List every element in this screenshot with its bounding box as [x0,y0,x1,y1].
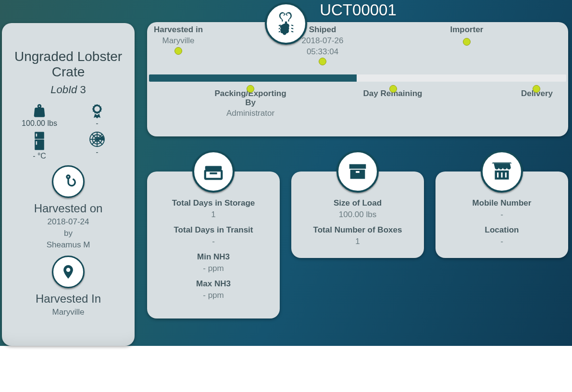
box-icon [336,150,379,193]
stat-weight-value: 100.00 lbs [22,119,57,128]
lobster-icon [265,2,307,45]
stat-temp: - °C [11,131,68,160]
svg-rect-3 [36,141,37,145]
location-icon [52,256,85,288]
v-mobile: - [444,210,560,220]
step-day-dot [389,85,397,93]
v-min-nh3: - ppm [156,264,271,273]
svg-rect-1 [35,140,44,150]
step-importer-dot [463,38,471,46]
page-title: UCT00001 [149,1,567,19]
info-cards-row: Total Days in Storage 1 Total Days in Tr… [147,172,568,318]
k-min-nh3: Min NH3 [156,252,271,262]
harvested-on-label: Harvested on [2,202,135,215]
harvested-on-date: 2018-07-24 [2,217,135,227]
step-delivery-dot [533,85,540,93]
k-max-nh3: Max NH3 [156,279,271,289]
k-boxes: Total Number of Boxes [300,225,415,235]
step-shipped-label: Shiped [309,25,336,35]
lobid-label: LobId [50,84,77,96]
card-storage: Total Days in Storage 1 Total Days in Tr… [147,172,280,318]
timeline-progress-fill [149,74,357,82]
stat-quality-value: - [96,119,98,128]
step-harvested-label: Harvested in [154,25,203,35]
stat-quality: - [68,103,126,128]
svg-rect-13 [205,171,222,179]
v-boxes: 1 [300,237,415,246]
k-days-storage: Total Days in Storage [156,198,271,208]
fridge-icon [32,131,47,152]
k-size-load: Size of Load [300,198,415,208]
stat-compass: - [68,131,126,160]
svg-rect-12 [205,166,222,170]
radar-icon [88,131,106,148]
lobid-line: LobId 3 [2,84,135,96]
step-harvested-dot [174,47,182,55]
v-location: - [444,237,560,246]
step-packing-value: Administrator [226,109,274,118]
k-location: Location [444,225,560,235]
timeline-card: Harvested in Maryville Shiped 2018-07-26… [147,22,568,136]
v-size-load: 100.00 lbs [300,210,415,220]
hook-icon [52,165,85,198]
stat-weight: 100.00 lbs [11,103,68,128]
card-retail: Mobile Number - Location - [435,172,568,258]
harvested-in-label: Harvested In [2,292,135,306]
v-max-nh3: - ppm [156,291,271,300]
k-days-transit: Total Days in Transit [156,225,271,235]
store-icon [481,150,523,193]
step-shipped-dot [319,58,326,65]
by-label: by [2,229,135,238]
step-packing-dot [247,85,254,93]
timeline-progress [149,74,566,82]
lobid-value: 3 [80,84,86,96]
v-days-storage: 1 [156,210,271,220]
crate-title: Ungraded Lobster Crate [12,49,125,80]
stat-temp-value: - °C [33,152,46,160]
card-load: Size of Load 100.00 lbs Total Number of … [291,172,424,258]
step-shipped-time: 05:33:04 [307,47,338,57]
harvested-by: Sheamus M [2,240,135,250]
v-days-transit: - [156,237,271,246]
step-importer-label: Importer [450,25,484,35]
harvested-in-value: Maryville [2,307,135,317]
svg-rect-15 [356,171,360,173]
scale-icon [31,103,48,119]
stat-compass-value: - [96,148,98,157]
storage-icon [192,150,235,193]
ribbon-icon [89,103,105,119]
k-mobile: Mobile Number [444,198,560,208]
sidebar: Ungraded Lobster Crate LobId 3 100.00 lb… [2,23,135,346]
svg-rect-2 [36,134,37,136]
step-harvested-value: Maryville [162,36,194,46]
step-shipped-date: 2018-07-26 [302,36,344,46]
